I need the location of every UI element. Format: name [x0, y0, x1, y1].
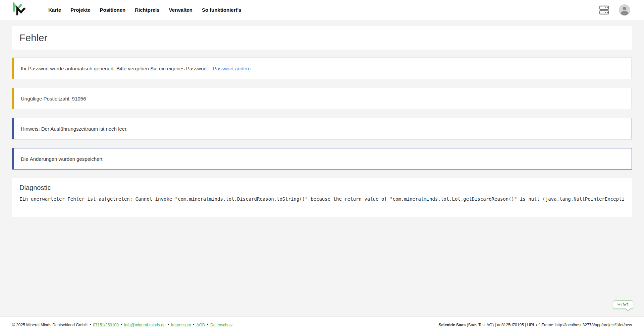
alert-text: Ihr Passwort wurde automatisch generiert… [21, 66, 208, 71]
main-nav: Karte Projekte Positionen Richtpreis Ver… [44, 7, 246, 13]
session-details: (Saas Test AG) | ae8125d70195 | URL of i… [466, 323, 632, 327]
separator-dot: • [193, 323, 194, 327]
alert-text: Ungültige Postleitzahl: 91056 [21, 96, 86, 102]
footer-left: © 2025 Mineral Minds Deutschland GmbH • … [12, 323, 233, 327]
datenschutz-link[interactable]: Datenschutz [210, 323, 233, 327]
separator-dot: • [168, 323, 169, 327]
diagnostic-message: Ein unerwarteter Fehler ist aufgetreten:… [19, 196, 625, 202]
nav-item-positionen[interactable]: Positionen [100, 7, 126, 13]
change-password-link[interactable]: Passwort ändern [213, 66, 251, 71]
user-avatar[interactable] [619, 4, 631, 16]
tenant-name: Selenide Saas [438, 323, 466, 327]
footer-session-info: Selenide Saas (Saas Test AG) | ae8125d70… [438, 323, 632, 327]
top-navigation-bar: Karte Projekte Positionen Richtpreis Ver… [0, 0, 644, 20]
server-stack-icon[interactable] [599, 5, 609, 15]
nav-item-karte[interactable]: Karte [48, 7, 61, 13]
alert-changes-saved: Die Änderungen wurden gespeichert [12, 148, 632, 170]
agb-link[interactable]: AGB [196, 323, 205, 327]
footer: © 2025 Mineral Minds Deutschland GmbH • … [0, 316, 644, 333]
separator-dot: • [207, 323, 208, 327]
help-button[interactable]: Hilfe? [613, 301, 633, 309]
diagnostic-panel: Diagnostic Ein unerwarteter Fehler ist a… [12, 178, 632, 217]
mineral-minds-logo[interactable] [12, 2, 26, 18]
copyright-text: © 2025 Mineral Minds Deutschland GmbH [12, 323, 88, 327]
impressum-link[interactable]: Impressum [171, 323, 191, 327]
page-title: Fehler [19, 32, 47, 44]
logo-icon [12, 2, 26, 18]
nav-item-so-funktionierts[interactable]: So funktioniert's [202, 7, 241, 13]
page-title-card: Fehler [12, 26, 632, 50]
separator-dot: • [121, 323, 122, 327]
phone-link[interactable]: 07151/250100 [93, 323, 119, 327]
diagnostic-title: Diagnostic [19, 184, 625, 192]
alert-execution-period-empty: Hinweis: Der Ausführungszeitraum ist noc… [12, 118, 632, 139]
header-actions [599, 4, 631, 16]
nav-item-projekte[interactable]: Projekte [70, 7, 90, 13]
email-link[interactable]: info@mineral-minds.de [124, 323, 166, 327]
alert-password-generated: Ihr Passwort wurde automatisch generiert… [12, 58, 632, 79]
nav-item-verwalten[interactable]: Verwalten [169, 7, 193, 13]
main-content: Fehler Ihr Passwort wurde automatisch ge… [0, 20, 644, 316]
alert-invalid-postal-code: Ungültige Postleitzahl: 91056 [12, 88, 632, 109]
alert-text: Die Änderungen wurden gespeichert [21, 156, 103, 162]
separator-dot: • [90, 323, 91, 327]
alert-text: Hinweis: Der Ausführungszeitraum ist noc… [21, 126, 127, 132]
nav-item-richtpreis[interactable]: Richtpreis [135, 7, 159, 13]
